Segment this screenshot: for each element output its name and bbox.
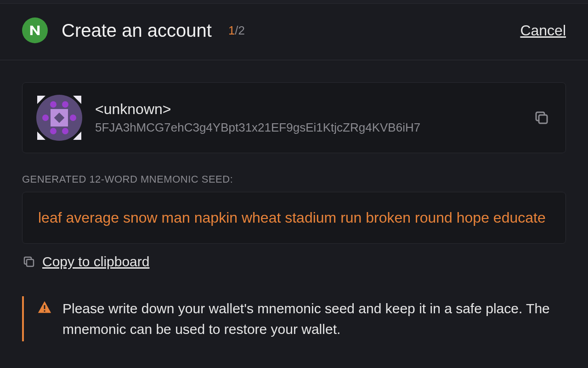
svg-rect-1 (27, 259, 34, 266)
step-total: /2 (235, 23, 245, 37)
warning-text: Please write down your wallet's mnemonic… (62, 298, 566, 339)
warning-icon (37, 300, 52, 339)
seed-section-label: Generated 12-word mnemonic seed: (22, 173, 566, 185)
step-current: 1 (228, 23, 235, 37)
brand-logo (22, 17, 48, 43)
account-address: 5FJA3hMCG7ehC3g4YBpt31x21EF9gsEi1KtjcZRg… (95, 121, 519, 135)
copy-address-button[interactable] (531, 108, 552, 128)
svg-rect-0 (539, 115, 547, 123)
copy-icon (22, 255, 36, 269)
copy-seed-label: Copy to clipboard (42, 254, 149, 270)
warning-banner: Please write down your wallet's mnemonic… (22, 296, 566, 341)
svg-rect-2 (44, 305, 45, 310)
account-card: <unknown> 5FJA3hMCG7ehC3g4YBpt31x21EF9gs… (22, 82, 566, 153)
brand-logo-icon (27, 23, 43, 38)
copy-seed-button[interactable]: Copy to clipboard (22, 254, 149, 270)
svg-rect-3 (44, 310, 45, 312)
copy-icon (533, 109, 550, 126)
page-title: Create an account (62, 20, 212, 41)
cancel-button[interactable]: Cancel (520, 22, 566, 39)
content-area: <unknown> 5FJA3hMCG7ehC3g4YBpt31x21EF9gs… (0, 60, 588, 341)
mnemonic-seed-text: leaf average snow man napkin wheat stadi… (38, 206, 550, 230)
account-info: <unknown> 5FJA3hMCG7ehC3g4YBpt31x21EF9gs… (95, 101, 519, 135)
page-header: Create an account 1/2 Cancel (0, 4, 588, 60)
window-topbar (0, 0, 588, 4)
account-identicon (36, 95, 82, 141)
mnemonic-seed-box: leaf average snow man napkin wheat stadi… (22, 192, 566, 244)
account-name: <unknown> (95, 101, 519, 118)
step-indicator: 1/2 (228, 23, 245, 38)
